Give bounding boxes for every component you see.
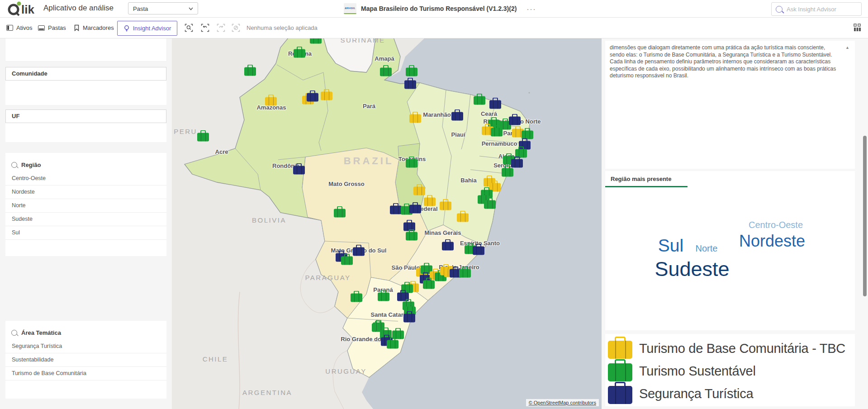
country-label: PARAGUAY bbox=[305, 274, 351, 281]
filter-panel-partial bbox=[5, 38, 166, 61]
map-marker-suitcase[interactable] bbox=[321, 92, 332, 100]
wordcloud-region-Sudeste[interactable]: Sudeste bbox=[655, 257, 729, 281]
filter-header[interactable]: Comunidade bbox=[5, 67, 166, 81]
map-attribution[interactable]: © OpenStreetMap contributors bbox=[526, 399, 599, 406]
country-label: BOLIVIA bbox=[252, 216, 286, 224]
map-marker-suitcase[interactable] bbox=[413, 187, 425, 195]
state-label: Piauí bbox=[451, 131, 465, 138]
brazil-tourism-map[interactable]: RoraimaAmapáAmazonasParáMaranhãoCearáRio… bbox=[172, 38, 602, 409]
map-marker-suitcase[interactable] bbox=[424, 198, 436, 206]
map-marker-suitcase[interactable] bbox=[491, 128, 503, 137]
filter-item[interactable]: Segurança Turística bbox=[5, 340, 166, 353]
map-marker-suitcase[interactable] bbox=[387, 340, 398, 349]
map-marker-suitcase[interactable] bbox=[310, 38, 322, 44]
qlik-logo-icon[interactable]: lik bbox=[7, 1, 39, 16]
state-label: Maranhão bbox=[423, 111, 451, 118]
map-marker-suitcase[interactable] bbox=[409, 205, 421, 214]
map-marker-suitcase[interactable] bbox=[294, 49, 305, 58]
map-marker-suitcase[interactable] bbox=[334, 209, 346, 218]
map-marker-suitcase[interactable] bbox=[378, 293, 389, 301]
map-marker-suitcase[interactable] bbox=[380, 68, 392, 76]
svg-text:lik: lik bbox=[21, 3, 34, 16]
map-marker-suitcase[interactable] bbox=[244, 67, 256, 76]
map-marker-suitcase[interactable] bbox=[403, 314, 415, 323]
map-marker-suitcase[interactable] bbox=[502, 168, 513, 177]
country-label: URUGUAY bbox=[325, 367, 366, 375]
description-card: dimensões que dialogam diretamente com u… bbox=[605, 41, 855, 169]
map-marker-suitcase[interactable] bbox=[459, 269, 471, 278]
legend-card: Turismo de Base Comunitária - TBCTurismo… bbox=[605, 334, 855, 406]
map-marker-suitcase[interactable] bbox=[511, 159, 523, 168]
search-icon bbox=[776, 6, 783, 13]
filter-title: UF bbox=[12, 109, 19, 123]
map-marker-suitcase[interactable] bbox=[474, 96, 485, 105]
filter-item[interactable]: Sul bbox=[5, 226, 166, 240]
insight-advisor-button[interactable]: Insight Advisor bbox=[117, 21, 177, 36]
bookmarks-button[interactable]: Marcadores bbox=[74, 18, 114, 38]
search-input[interactable] bbox=[786, 5, 855, 13]
map-marker-suitcase[interactable] bbox=[473, 247, 484, 255]
map-marker-suitcase[interactable] bbox=[307, 93, 318, 102]
filter-item[interactable]: Sustentabilidade bbox=[5, 353, 166, 367]
state-label: Pernambuco bbox=[482, 140, 517, 147]
filters-sidebar: Comunidade UF Região Centro-OesteNordest… bbox=[0, 38, 172, 409]
map-marker-suitcase[interactable] bbox=[406, 159, 417, 168]
wordcloud-region-Nordeste[interactable]: Nordeste bbox=[739, 232, 805, 251]
clear-selections-icon[interactable] bbox=[232, 24, 240, 32]
legend-label: Segurança Turística bbox=[639, 386, 753, 401]
country-label: BRAZIL bbox=[344, 155, 394, 167]
search-icon[interactable] bbox=[11, 162, 17, 168]
filter-panel-regiao: Região Centro-OesteNordesteNorteSudesteS… bbox=[5, 153, 166, 256]
filter-header[interactable]: Área Temática bbox=[5, 321, 166, 340]
sheets-button[interactable]: Pastas bbox=[38, 18, 66, 38]
map-marker-suitcase[interactable] bbox=[341, 257, 353, 265]
more-menu-button[interactable]: ··· bbox=[526, 5, 536, 13]
wordcloud-region-Centro-Oeste[interactable]: Centro-Oeste bbox=[749, 220, 803, 230]
filter-header[interactable]: UF bbox=[5, 109, 166, 123]
map-marker-suitcase[interactable] bbox=[451, 112, 463, 121]
search-selections-icon[interactable] bbox=[185, 24, 193, 32]
filter-item[interactable]: Centro-Oeste bbox=[5, 172, 166, 185]
map-marker-suitcase[interactable] bbox=[351, 294, 362, 302]
filter-body bbox=[5, 81, 166, 105]
scroll-up-arrow[interactable]: ▲ bbox=[845, 45, 849, 50]
qlik-app-window: lik Aplicativo de análise Pasta BRASIL M… bbox=[0, 0, 868, 409]
legend-label: Turismo de Base Comunitária - TBC bbox=[639, 341, 845, 356]
map-marker-suitcase[interactable] bbox=[440, 202, 451, 210]
redo-selection-icon[interactable] bbox=[217, 24, 225, 32]
map-marker-suitcase[interactable] bbox=[457, 214, 469, 222]
wordcloud-region-Sul[interactable]: Sul bbox=[658, 236, 683, 256]
insight-advisor-search[interactable] bbox=[771, 2, 862, 16]
assets-button[interactable]: Ativos bbox=[6, 18, 32, 38]
map-marker-suitcase[interactable] bbox=[406, 68, 417, 76]
search-icon[interactable] bbox=[11, 330, 17, 336]
map-marker-suitcase[interactable] bbox=[293, 166, 305, 175]
wordcloud-region-Norte[interactable]: Norte bbox=[696, 243, 718, 254]
legend-row: Segurança Turística bbox=[608, 384, 753, 404]
map-marker-suitcase[interactable] bbox=[484, 200, 496, 209]
page-scrollbar[interactable] bbox=[863, 38, 867, 409]
map-marker-suitcase[interactable] bbox=[406, 232, 417, 241]
map-marker-suitcase[interactable] bbox=[265, 97, 277, 106]
bookmark-icon bbox=[74, 24, 80, 31]
filter-header[interactable]: Região bbox=[5, 153, 166, 172]
map-marker-suitcase[interactable] bbox=[409, 114, 421, 123]
map-marker-suitcase[interactable] bbox=[509, 117, 521, 125]
filter-item[interactable]: Turismo de Base Comunitária bbox=[5, 367, 166, 380]
map-marker-suitcase[interactable] bbox=[423, 281, 435, 289]
map-marker-suitcase[interactable] bbox=[404, 81, 416, 89]
scrollbar-thumb[interactable] bbox=[863, 136, 867, 296]
filter-item[interactable]: Sudeste bbox=[5, 213, 166, 226]
undo-selection-icon[interactable] bbox=[201, 24, 209, 32]
sheet-grid-icon[interactable] bbox=[853, 24, 862, 32]
map-marker-suitcase[interactable] bbox=[390, 206, 402, 214]
map-base-layer bbox=[172, 38, 602, 409]
filter-item[interactable]: Nordeste bbox=[5, 185, 166, 199]
sheet-selector-dropdown[interactable]: Pasta bbox=[128, 2, 198, 14]
filter-panel-uf: UF bbox=[5, 109, 166, 142]
map-marker-suitcase[interactable] bbox=[197, 133, 209, 142]
filter-item[interactable]: Norte bbox=[5, 199, 166, 213]
map-marker-suitcase[interactable] bbox=[442, 242, 454, 251]
map-marker-suitcase[interactable] bbox=[353, 247, 365, 256]
map-marker-suitcase[interactable] bbox=[489, 100, 501, 109]
